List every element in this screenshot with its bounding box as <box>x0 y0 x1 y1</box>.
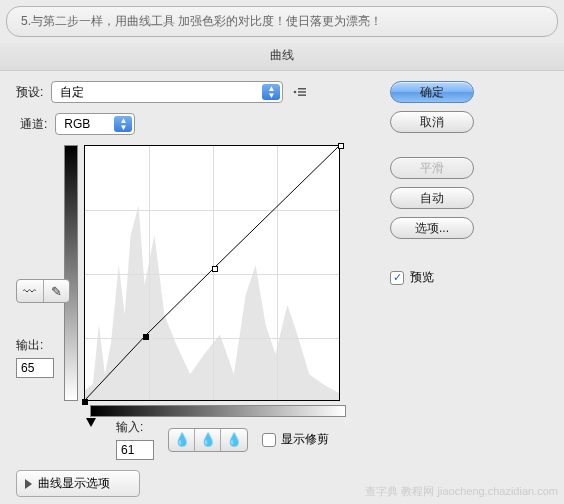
preset-label: 预设: <box>16 84 43 101</box>
curves-dialog: 曲线 预设: 自定 ▲▼ 通道: RGB ▲▼ <box>0 43 564 504</box>
right-pane: 确定 取消 平滑 自动 选项... ✓ 预览 <box>376 81 548 497</box>
output-gradient <box>64 145 78 401</box>
eyedropper-gray-icon: 💧 <box>200 432 216 447</box>
eyedropper-group: 💧 💧 💧 <box>168 428 248 452</box>
graph-wrap <box>84 145 346 417</box>
disclosure-triangle-icon <box>25 479 32 489</box>
select-arrows-icon: ▲▼ <box>114 116 132 132</box>
curve-point-icon: 〰 <box>23 284 36 299</box>
eyedropper-white-icon: 💧 <box>226 432 242 447</box>
white-point-slider[interactable] <box>342 418 352 427</box>
smooth-button[interactable]: 平滑 <box>390 157 474 179</box>
svg-rect-1 <box>298 88 306 90</box>
preset-select[interactable]: 自定 ▲▼ <box>51 81 283 103</box>
input-field[interactable] <box>116 440 154 460</box>
ok-button[interactable]: 确定 <box>390 81 474 103</box>
dialog-title: 曲线 <box>0 43 564 71</box>
svg-point-0 <box>294 91 297 94</box>
show-clipping-checkbox[interactable]: 显示修剪 <box>262 431 329 448</box>
curve-point-selected[interactable] <box>143 334 149 340</box>
curve-point-tool[interactable]: 〰 <box>17 280 44 302</box>
black-eyedropper[interactable]: 💧 <box>169 429 195 451</box>
pencil-icon: ✎ <box>51 284 62 299</box>
input-label: 输入: <box>116 419 143 436</box>
checkbox-empty-icon <box>262 433 276 447</box>
curves-graph[interactable] <box>84 145 340 401</box>
curve-point-shadow[interactable] <box>82 399 88 405</box>
preset-value: 自定 <box>60 84 84 101</box>
curve-point-mid[interactable] <box>212 266 218 272</box>
checkbox-checked-icon: ✓ <box>390 271 404 285</box>
black-point-slider[interactable] <box>86 418 96 427</box>
preset-row: 预设: 自定 ▲▼ <box>16 81 376 103</box>
curve-display-options[interactable]: 曲线显示选项 <box>16 470 140 497</box>
input-row: 输入: 💧 💧 💧 显示修剪 <box>116 419 376 460</box>
preset-menu-icon[interactable] <box>291 84 307 100</box>
preview-checkbox[interactable]: ✓ 预览 <box>390 269 434 286</box>
curve-point-highlight[interactable] <box>338 143 344 149</box>
eyedropper-black-icon: 💧 <box>174 432 190 447</box>
channel-row: 通道: RGB ▲▼ <box>16 113 376 135</box>
white-eyedropper[interactable]: 💧 <box>221 429 247 451</box>
channel-select[interactable]: RGB ▲▼ <box>55 113 135 135</box>
histogram-icon <box>85 146 339 400</box>
curve-pencil-tool[interactable]: ✎ <box>44 280 70 302</box>
show-clipping-label: 显示修剪 <box>281 431 329 448</box>
input-gradient <box>90 405 346 417</box>
instruction-caption: 5.与第二步一样，用曲线工具 加强色彩的对比度！使日落更为漂亮！ <box>6 6 558 37</box>
channel-label: 通道: <box>20 116 47 133</box>
gray-eyedropper[interactable]: 💧 <box>195 429 221 451</box>
left-pane: 预设: 自定 ▲▼ 通道: RGB ▲▼ 〰 <box>16 81 376 497</box>
auto-button[interactable]: 自动 <box>390 187 474 209</box>
select-arrows-icon: ▲▼ <box>262 84 280 100</box>
channel-value: RGB <box>64 117 90 131</box>
curve-area: 〰 ✎ 输出: <box>16 145 376 417</box>
preview-label: 预览 <box>410 269 434 286</box>
output-field[interactable] <box>16 358 54 378</box>
output-label: 输出: <box>16 337 43 354</box>
svg-rect-2 <box>298 91 306 93</box>
svg-rect-3 <box>298 94 306 96</box>
output-block: 〰 ✎ 输出: <box>16 337 54 378</box>
curve-tool-toggle[interactable]: 〰 ✎ <box>16 279 70 303</box>
disclosure-label: 曲线显示选项 <box>38 475 110 492</box>
options-button[interactable]: 选项... <box>390 217 474 239</box>
cancel-button[interactable]: 取消 <box>390 111 474 133</box>
